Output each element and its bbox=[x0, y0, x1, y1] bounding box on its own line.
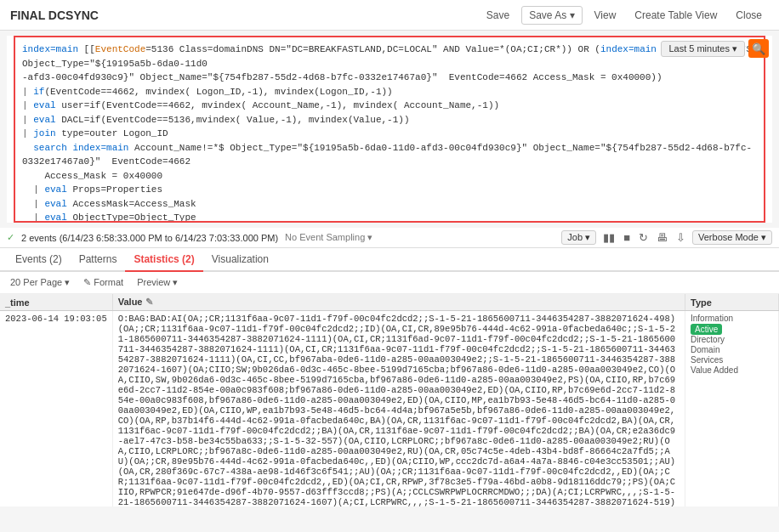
job-button[interactable]: Job ▾ bbox=[561, 230, 596, 245]
query-line-9: | eval Props=Properties bbox=[22, 183, 757, 197]
table-controls: 20 Per Page ▾ ✎ Format Preview ▾ bbox=[0, 272, 779, 294]
per-page-button[interactable]: 20 Per Page ▾ bbox=[7, 275, 73, 290]
col-header-value[interactable]: Value ✎ bbox=[112, 294, 685, 311]
download-button[interactable]: ⇩ bbox=[674, 231, 687, 244]
close-button[interactable]: Close bbox=[729, 7, 769, 24]
query-line-3: | if(EventCode==4662, mvindex( Logon_ID,… bbox=[22, 85, 757, 99]
print-button[interactable]: 🖶 bbox=[655, 231, 669, 244]
type-services: Services bbox=[691, 355, 773, 365]
cell-value-1: O:BAG:BAD:AI(OA;;CR;1131f6aa-9c07-11d1-f… bbox=[112, 311, 685, 507]
status-right: Job ▾ ▮▮ ■ ↻ 🖶 ⇩ Verbose Mode ▾ bbox=[561, 230, 772, 245]
tab-events[interactable]: Events (2) bbox=[7, 248, 71, 272]
view-button[interactable]: View bbox=[588, 7, 623, 24]
check-icon: ✓ bbox=[7, 232, 14, 243]
refresh-button[interactable]: ↻ bbox=[637, 231, 650, 244]
cell-time-1: 2023-06-14 19:03:05 bbox=[0, 311, 112, 507]
time-filter-button[interactable]: Last 5 minutes ▾ bbox=[661, 41, 745, 57]
query-line-5: | eval DACL=if(EventCode==5136,mvindex( … bbox=[22, 113, 757, 127]
page-title: FINAL DCSYNC bbox=[10, 8, 99, 22]
tab-statistics[interactable]: Statistics (2) bbox=[125, 248, 202, 272]
edit-icon[interactable]: ✎ bbox=[145, 297, 153, 307]
status-bar: ✓ 2 events (6/14/23 6:58:33.000 PM to 6/… bbox=[0, 228, 779, 248]
stop-button[interactable]: ■ bbox=[622, 231, 632, 244]
col-header-type[interactable]: Type bbox=[685, 294, 779, 311]
table-row: 2023-06-14 19:03:05 O:BAG:BAD:AI(OA;;CR;… bbox=[0, 311, 779, 507]
col-header-time[interactable]: _time bbox=[0, 294, 112, 311]
type-directory: Directory bbox=[691, 335, 773, 345]
query-line-7: search index=main Account_Name!=*$ Objec… bbox=[22, 141, 757, 169]
save-as-button[interactable]: Save As ▾ bbox=[521, 6, 582, 25]
type-value-added: Value Added bbox=[691, 365, 773, 376]
query-editor[interactable]: index=main [[EventCode=5136 Class=domain… bbox=[14, 36, 765, 223]
type-domain: Domain bbox=[691, 345, 773, 355]
create-table-view-button[interactable]: Create Table View bbox=[628, 7, 724, 24]
query-line-10: | eval AccessMask=Access_Mask bbox=[22, 197, 757, 212]
query-line-2: -afd3-00c04fd930c9}" Object_Name="${754f… bbox=[22, 71, 757, 85]
cell-type-1: Information Active Directory Domain Serv… bbox=[685, 311, 779, 507]
no-sampling-button[interactable]: No Event Sampling ▾ bbox=[285, 232, 372, 243]
data-table-wrapper: _time Value ✎ Type 2023-06-14 19:03:05 O… bbox=[0, 294, 779, 507]
tab-patterns[interactable]: Patterns bbox=[71, 248, 126, 272]
search-icon: 🔍 bbox=[752, 42, 765, 55]
query-line-8: Access_Mask = 0x40000 bbox=[22, 169, 757, 184]
header: FINAL DCSYNC Save Save As ▾ View Create … bbox=[0, 0, 779, 31]
type-active: Active bbox=[691, 324, 773, 335]
type-information: Information bbox=[691, 314, 773, 324]
col-header-value-label: Value bbox=[118, 297, 143, 307]
status-left: ✓ 2 events (6/14/23 6:58:33.000 PM to 6/… bbox=[7, 232, 372, 243]
table-header-row: _time Value ✎ Type bbox=[0, 294, 779, 311]
save-button[interactable]: Save bbox=[480, 7, 516, 24]
query-line-1: index=main [[EventCode=5136 Class=domain… bbox=[22, 42, 757, 71]
query-line-4: | eval user=if(EventCode==4662, mvindex(… bbox=[22, 99, 757, 113]
tabs-row: Events (2) Patterns Statistics (2) Visua… bbox=[0, 248, 779, 272]
format-button[interactable]: ✎ Format bbox=[80, 275, 127, 290]
tab-visualization[interactable]: Visualization bbox=[203, 248, 277, 272]
search-button[interactable]: 🔍 bbox=[748, 39, 769, 58]
query-line-6: | join type=outer Logon_ID bbox=[22, 127, 757, 141]
cell-value-text-1: O:BAG:BAD:AI(OA;;CR;1131f6aa-9c07-11d1-f… bbox=[118, 314, 675, 507]
verbose-button[interactable]: Verbose Mode ▾ bbox=[692, 230, 772, 245]
preview-button[interactable]: Preview ▾ bbox=[134, 275, 181, 290]
events-count: 2 events (6/14/23 6:58:33.000 PM to 6/14… bbox=[21, 233, 278, 243]
data-table: _time Value ✎ Type 2023-06-14 19:03:05 O… bbox=[0, 294, 779, 507]
pause-button[interactable]: ▮▮ bbox=[601, 231, 617, 244]
header-actions: Save Save As ▾ View Create Table View Cl… bbox=[480, 6, 769, 25]
query-line-11: | eval ObjectType=Object_Type bbox=[22, 211, 757, 223]
